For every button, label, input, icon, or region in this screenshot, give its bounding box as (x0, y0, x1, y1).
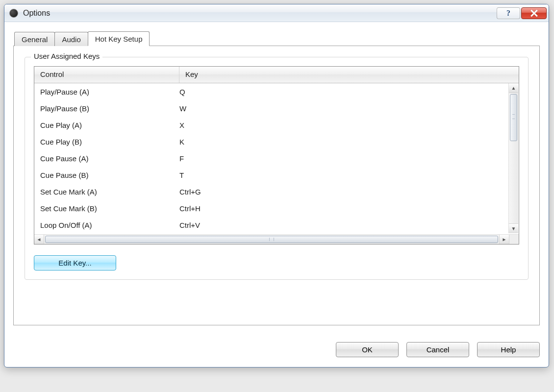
cell-control: Play/Pause (B) (34, 104, 179, 113)
scrollbar-corner (509, 235, 519, 244)
tab-hotkey-setup[interactable]: Hot Key Setup (88, 31, 150, 46)
options-dialog: Options ? General Audio Hot Key Setup Us… (4, 4, 549, 368)
listview-header: Control Key (34, 67, 519, 83)
horizontal-scroll-thumb[interactable] (45, 236, 498, 243)
horizontal-scrollbar[interactable]: ◄ ► (34, 234, 519, 244)
titlebar[interactable]: Options ? (4, 4, 549, 22)
table-row[interactable]: Cue Play (B) K (34, 133, 508, 150)
cell-key: Ctrl+G (179, 188, 508, 196)
window-title: Options (23, 9, 50, 18)
column-key[interactable]: Key (179, 67, 519, 83)
cell-key: F (179, 154, 508, 163)
cell-key: W (179, 104, 508, 113)
ok-button[interactable]: OK (336, 342, 399, 357)
close-icon (530, 9, 538, 17)
scroll-left-arrow-icon[interactable]: ◄ (34, 235, 44, 244)
cell-control: Set Cue Mark (A) (34, 188, 179, 196)
column-control[interactable]: Control (34, 67, 179, 83)
help-titlebar-button[interactable]: ? (497, 7, 520, 19)
tab-general[interactable]: General (14, 32, 55, 46)
user-assigned-keys-group: User Assigned Keys Control Key Play/Paus… (25, 57, 529, 280)
cancel-button[interactable]: Cancel (406, 342, 469, 357)
scroll-right-arrow-icon[interactable]: ► (499, 235, 509, 244)
table-row[interactable]: Cue Pause (A) F (34, 150, 508, 167)
dialog-footer: OK Cancel Help (4, 333, 549, 367)
table-row[interactable]: Cue Pause (B) T (34, 167, 508, 183)
app-icon (9, 9, 18, 18)
table-row[interactable]: Cue Play (A) X (34, 117, 508, 133)
help-button[interactable]: Help (477, 342, 540, 357)
vertical-scroll-thumb[interactable] (510, 94, 517, 141)
scroll-down-arrow-icon[interactable]: ▼ (509, 223, 518, 233)
cell-control: Set Cue Mark (B) (34, 204, 179, 213)
listview-body[interactable]: Play/Pause (A) Q Play/Pause (B) W Cue Pl… (34, 83, 519, 234)
table-row[interactable]: Loop On/Off (A) Ctrl+V (34, 217, 508, 233)
tabpage-hotkey-setup: User Assigned Keys Control Key Play/Paus… (13, 46, 540, 325)
vertical-scrollbar[interactable]: ▲ ▼ (508, 83, 518, 233)
cell-key: Ctrl+V (179, 221, 508, 229)
cell-control: Cue Play (B) (34, 138, 179, 146)
cell-control: Cue Pause (B) (34, 171, 179, 179)
table-row[interactable]: Set Cue Mark (A) Ctrl+G (34, 183, 508, 200)
groupbox-legend: User Assigned Keys (31, 52, 102, 60)
client-area: General Audio Hot Key Setup User Assigne… (4, 22, 549, 333)
table-row[interactable]: Play/Pause (A) Q (34, 83, 508, 100)
cell-key: T (179, 171, 508, 179)
tab-audio[interactable]: Audio (54, 32, 88, 46)
table-row[interactable]: Play/Pause (B) W (34, 100, 508, 117)
tabstrip: General Audio Hot Key Setup (13, 31, 540, 46)
table-row[interactable]: Set Cue Mark (B) Ctrl+H (34, 200, 508, 217)
cell-control: Loop On/Off (A) (34, 221, 179, 229)
cell-key: Q (179, 88, 508, 96)
question-icon: ? (506, 9, 510, 18)
close-button[interactable] (521, 7, 547, 19)
scroll-up-arrow-icon[interactable]: ▲ (509, 83, 518, 93)
edit-key-button[interactable]: Edit Key... (34, 255, 116, 270)
cell-control: Cue Pause (A) (34, 154, 179, 163)
cell-control: Cue Play (A) (34, 121, 179, 129)
cell-control: Play/Pause (A) (34, 88, 179, 96)
cell-key: X (179, 121, 508, 129)
cell-key: K (179, 138, 508, 146)
cell-key: Ctrl+H (179, 204, 508, 213)
hotkey-listview[interactable]: Control Key Play/Pause (A) Q Play/Pause … (34, 66, 519, 245)
